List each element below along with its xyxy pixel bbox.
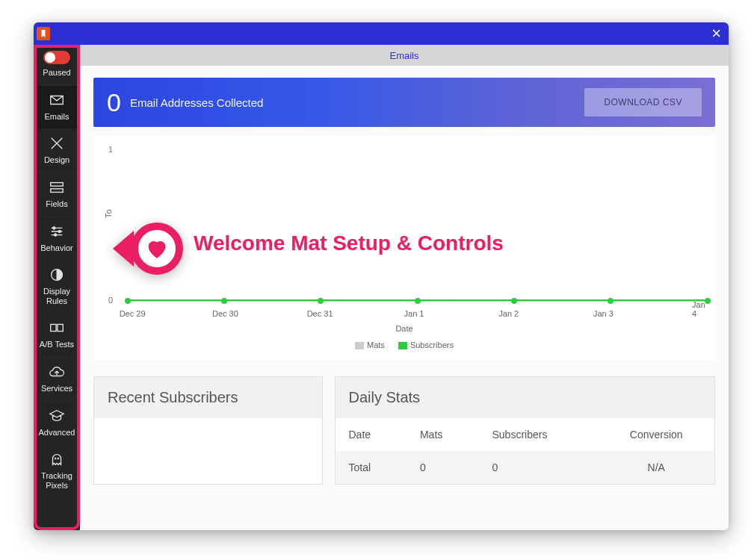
download-csv-button[interactable]: DOWNLOAD CSV [584,88,702,116]
daily-stats-title: Daily Stats [336,377,715,418]
sidebar-item-ab-tests[interactable]: A/B Tests [34,314,80,358]
sidebar-item-label: Emails [44,112,69,122]
ab-tests-icon [49,320,65,336]
chart-point [318,298,324,304]
chart-ylabel: To [104,209,113,218]
contrast-icon [49,267,65,283]
sidebar-item-fields[interactable]: Fields [34,173,80,217]
envelope-icon [49,92,65,108]
svg-point-3 [58,230,61,233]
callout-text: Welcome Mat Setup & Controls [194,231,504,255]
legend-item-subscribers: Subscribers [398,340,454,349]
graduation-icon [49,408,65,424]
sidebar-item-label: Behavior [40,243,72,253]
sidebar-item-label: Display Rules [35,287,78,305]
sidebar-item-label: Tracking Pixels [35,471,78,490]
heart-icon [144,236,170,261]
sidebar-item-behavior[interactable]: Behavior [34,217,80,261]
chart-point [221,298,227,304]
col-mats: Mats [407,418,479,451]
chart-point [511,298,517,304]
chart-xtick: Dec 31 [307,309,333,318]
cloud-upload-icon [49,364,65,380]
chart-point [705,298,711,304]
daily-stats-table: Date Mats Subscribers Conversion Total 0… [336,418,715,484]
ghost-icon [49,451,65,467]
sidebar-item-label: A/B Tests [40,340,74,349]
chart-ytick: 0 [108,296,113,305]
chart-xlabel: Date [101,324,708,333]
sidebar-item-design[interactable]: Design [34,129,80,173]
sidebar-item-advanced[interactable]: Advanced [34,402,80,446]
svg-point-9 [58,458,59,460]
svg-point-2 [53,226,56,229]
table-row: Total 0 0 N/A [336,451,715,484]
chart-point [125,298,131,304]
tab-strip: Emails [80,45,729,66]
sidebar-item-label: Design [44,155,69,165]
tab-emails[interactable]: Emails [389,50,418,61]
content-area: Emails 0 Email Addresses Collected DOWNL… [80,45,729,530]
cell-conversion: N/A [598,451,714,484]
svg-point-8 [55,458,56,460]
col-conversion: Conversion [598,418,714,451]
sidebar-item-tracking-pixels[interactable]: Tracking Pixels [34,445,80,498]
pause-toggle[interactable] [43,51,70,64]
recent-subscribers-title: Recent Subscribers [94,377,322,418]
chart-xtick: Jan 1 [404,309,424,318]
sidebar-item-label: Services [41,384,72,393]
svg-rect-0 [51,183,64,187]
collected-count: 0 [107,88,121,117]
collected-label: Email Addresses Collected [130,96,263,109]
daily-stats-panel: Daily Stats Date Mats Subscribers Conver… [335,376,716,485]
cell-mats: 0 [407,451,479,484]
app-logo-icon [37,27,50,40]
legend-item-mats: Mats [355,340,385,349]
chart-plot [125,149,705,302]
sidebar: Paused Emails Design Fields [34,45,80,530]
chart-xtick: Jan 3 [593,309,614,318]
callout-pointer [113,223,183,275]
chart-xtick: Dec 29 [120,309,146,318]
title-bar: × [34,22,729,45]
cell-date: Total [336,451,407,484]
col-date: Date [336,418,407,451]
design-icon [49,135,65,152]
sliders-icon [49,223,65,240]
sidebar-item-emails[interactable]: Emails [34,86,80,130]
svg-point-4 [54,233,57,236]
sidebar-item-display-rules[interactable]: Display Rules [34,261,80,314]
chart-legend: Mats Subscribers [101,340,708,349]
cell-subscribers: 0 [479,451,599,484]
chart-xtick: Dec 30 [212,309,238,318]
sidebar-item-services[interactable]: Services [34,358,80,402]
sidebar-item-status[interactable]: Paused [34,45,80,86]
chart-xtick: Jan 4 [692,300,705,318]
app-window: × Paused Emails Design [34,22,729,530]
svg-rect-7 [58,325,63,332]
recent-subscribers-panel: Recent Subscribers [93,376,323,485]
col-subscribers: Subscribers [479,418,599,451]
svg-rect-1 [51,189,64,193]
collected-banner: 0 Email Addresses Collected DOWNLOAD CSV [93,78,715,127]
svg-rect-6 [51,325,56,332]
table-header-row: Date Mats Subscribers Conversion [336,418,715,451]
close-icon[interactable]: × [711,24,721,43]
sidebar-item-label: Advanced [39,428,75,438]
chart-point [608,298,614,304]
chart-point [415,298,421,304]
callout-heart-badge [131,223,183,275]
chart-ytick: 1 [108,145,113,154]
chart-xtick: Jan 2 [498,309,519,318]
status-label: Paused [43,68,70,78]
sidebar-item-label: Fields [46,199,67,209]
fields-icon [49,179,65,196]
